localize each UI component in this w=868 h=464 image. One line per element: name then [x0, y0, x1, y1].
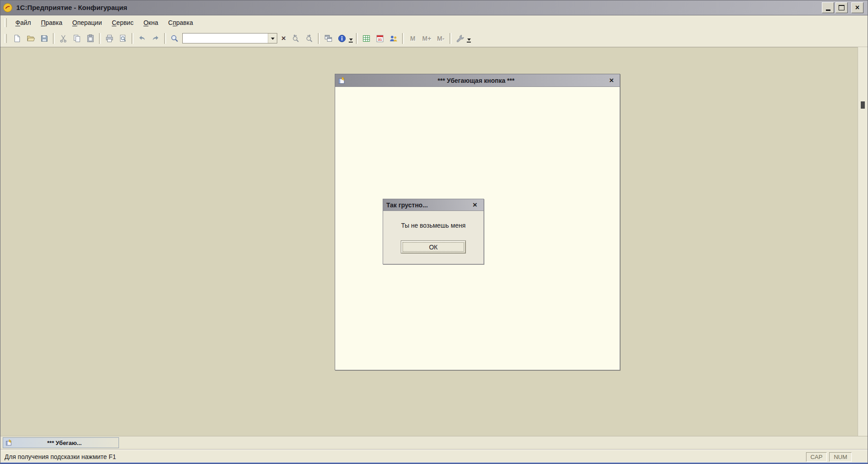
calendar-button[interactable]: 31 [373, 32, 387, 44]
menu-item-Справка[interactable]: Справка [163, 16, 198, 29]
search-button[interactable] [168, 32, 181, 44]
find-next-button[interactable] [303, 32, 316, 44]
search-icon [170, 34, 179, 43]
window-controls: × [822, 2, 863, 13]
new-button[interactable] [10, 32, 24, 44]
undo-button[interactable] [135, 32, 149, 44]
find-previous-icon [291, 34, 300, 43]
memory-recall-button[interactable]: M [406, 33, 420, 44]
windows-button[interactable] [322, 32, 335, 44]
app-window: 1С:Предприятие - Конфигурация × ФайлПрав… [0, 0, 868, 464]
minimized-window-title: *** Убегаю... [13, 440, 116, 446]
menubar: ФайлПравкаОперацииСервисОкнаСправка [0, 15, 868, 30]
memory-subtract-button[interactable]: M- [434, 33, 448, 44]
redo-button[interactable] [149, 32, 162, 44]
dialog-title: Так грустно... [386, 201, 470, 209]
copy-icon [72, 34, 81, 43]
dialog-message: Ты не возьмешь меня [383, 222, 484, 229]
info-icon [337, 34, 346, 43]
form-icon [338, 77, 346, 85]
menu-item-Сервис[interactable]: Сервис [107, 16, 138, 29]
toolbar-gripper[interactable] [5, 34, 7, 43]
combo-dropdown-button[interactable] [268, 33, 277, 43]
undo-arrow-icon [138, 34, 147, 43]
mdi-workspace: *** Убегающая кнопка *** × Так грустно..… [0, 47, 868, 436]
window-bar: *** Убегаю... [0, 436, 868, 449]
minimized-window-button[interactable]: *** Убегаю... [3, 437, 119, 448]
toolbar-separator [318, 33, 320, 44]
close-button[interactable]: × [851, 2, 863, 13]
minimize-button[interactable] [822, 2, 834, 13]
menu-item-Файл[interactable]: Файл [10, 16, 36, 29]
app-logo-icon [3, 3, 13, 13]
child-window: *** Убегающая кнопка *** × Так грустно..… [335, 74, 620, 370]
minimize-icon [826, 10, 830, 11]
child-window-titlebar[interactable]: *** Убегающая кнопка *** × [335, 74, 620, 87]
printer-icon [105, 34, 114, 43]
toolbar-separator [53, 33, 55, 44]
caps-lock-indicator: CAP [806, 452, 827, 462]
keyboard-indicators: CAP NUM [806, 452, 852, 462]
toolbar-separator [402, 33, 404, 44]
print-button[interactable] [103, 32, 116, 44]
find-previous-button[interactable] [289, 32, 303, 44]
calendar-day-label: 31 [378, 37, 382, 41]
tools-dropdown-button[interactable] [467, 38, 471, 43]
dialog-titlebar[interactable]: Так грустно... × [383, 199, 484, 211]
calendar-icon: 31 [375, 34, 384, 43]
open-button[interactable] [24, 32, 38, 44]
dropdown-underline [467, 42, 471, 43]
toolbar-separator [132, 33, 133, 44]
maximize-icon [839, 5, 844, 10]
table-icon [362, 34, 371, 43]
redo-arrow-icon [151, 34, 160, 43]
save-button[interactable] [38, 32, 51, 44]
clear-search-button[interactable]: × [278, 33, 289, 44]
cascade-windows-icon [324, 34, 333, 43]
info-dropdown-button[interactable] [349, 38, 353, 43]
dock-handle[interactable] [861, 101, 865, 109]
info-button[interactable] [335, 32, 349, 44]
message-dialog: Так грустно... × Ты не возьмешь меня ОК [383, 199, 484, 264]
open-folder-icon [26, 34, 35, 43]
search-input[interactable] [183, 33, 268, 43]
menu-item-Операции[interactable]: Операции [67, 16, 107, 29]
toolbar-separator [99, 33, 101, 44]
child-window-close-button[interactable]: × [606, 76, 617, 86]
titlebar: 1С:Предприятие - Конфигурация × [0, 0, 868, 15]
menu-item-Окна[interactable]: Окна [138, 16, 163, 29]
cut-button[interactable] [57, 32, 70, 44]
menu-item-Правка[interactable]: Правка [36, 16, 67, 29]
tools-button[interactable] [453, 32, 467, 44]
paste-button[interactable] [84, 32, 97, 44]
table-button[interactable] [360, 32, 373, 44]
scissors-icon [59, 34, 68, 43]
toolbar: × 31 M M+ M- [0, 30, 868, 47]
ok-button[interactable]: ОК [401, 240, 466, 254]
users-button[interactable] [387, 32, 400, 44]
chevron-down-icon [467, 38, 471, 41]
print-preview-icon [119, 34, 128, 43]
child-window-content: Так грустно... × Ты не возьмешь меня ОК [335, 87, 620, 370]
new-document-icon [13, 34, 22, 43]
search-combobox [182, 33, 277, 43]
save-icon [40, 34, 49, 43]
print-preview-button[interactable] [116, 32, 130, 44]
wrench-icon [455, 34, 465, 43]
form-icon [5, 439, 13, 446]
right-dock [858, 47, 868, 436]
maximize-button[interactable] [835, 2, 848, 13]
status-hint: Для получения подсказки нажмите F1 [5, 453, 116, 460]
find-next-icon [305, 34, 314, 43]
dialog-close-button[interactable]: × [470, 200, 480, 210]
copy-button[interactable] [70, 32, 84, 44]
num-lock-indicator: NUM [829, 452, 852, 462]
dropdown-underline [349, 42, 353, 43]
window-title: 1С:Предприятие - Конфигурация [16, 4, 127, 11]
menubar-items: ФайлПравкаОперацииСервисОкнаСправка [10, 16, 198, 29]
child-window-title: *** Убегающая кнопка *** [346, 77, 606, 84]
memory-add-button[interactable]: M+ [420, 33, 434, 44]
menubar-gripper[interactable] [5, 18, 7, 27]
toolbar-separator [356, 33, 358, 44]
statusbar: Для получения подсказки нажмите F1 CAP N… [0, 449, 868, 464]
